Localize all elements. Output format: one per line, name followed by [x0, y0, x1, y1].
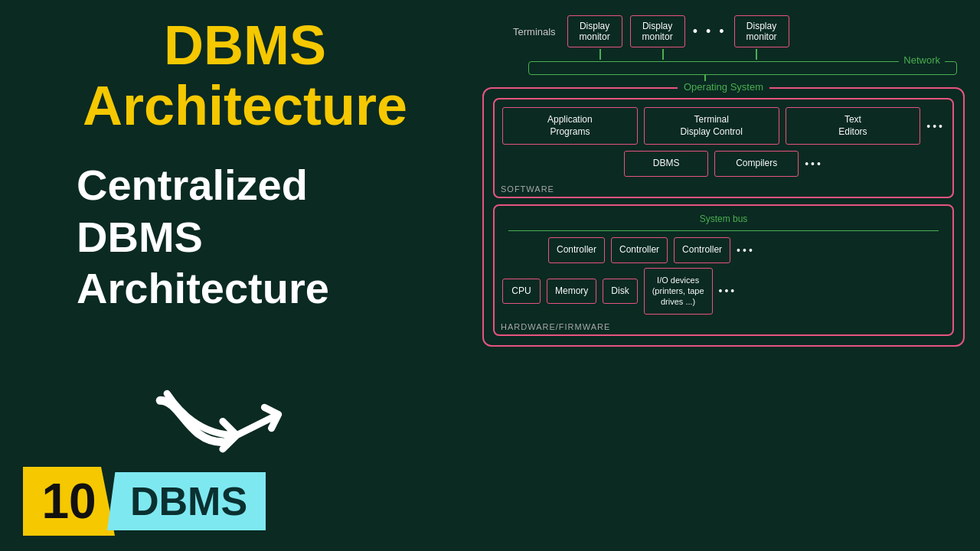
disk-box: Disk	[603, 279, 637, 305]
terminals-label: Terminals	[513, 26, 556, 37]
app-programs-box: ApplicationPrograms	[502, 107, 638, 145]
dots-sw-bottom: •••	[805, 158, 823, 170]
network-label: Network	[899, 54, 945, 66]
io-devices-box: I/O devices(printers, tapedrives ...)	[644, 268, 713, 315]
network-section: Network	[528, 61, 957, 75]
subtitle-line3: Architecture	[77, 262, 329, 314]
memory-box: Memory	[547, 279, 596, 305]
compilers-box: Compilers	[714, 151, 799, 177]
right-panel: Terminals Displaymonitor Displaymonitor …	[459, 0, 980, 551]
badge-container: 10 DBMS	[23, 467, 266, 536]
arrow-icon	[153, 380, 306, 456]
controller-box-1: Controller	[548, 237, 605, 263]
controller-box-3: Controller	[674, 237, 730, 263]
controllers-row: Controller Controller Controller •••	[502, 237, 945, 263]
main-title: DBMS Architecture	[31, 15, 459, 136]
dots-hw-bottom: •••	[719, 285, 737, 297]
dots-1: • • •	[693, 24, 727, 40]
arrow-container	[153, 380, 306, 459]
computer-box: Operating System ApplicationPrograms Ter…	[482, 87, 965, 347]
software-bottom-row: DBMS Compilers •••	[502, 151, 945, 189]
dots-hw: •••	[737, 244, 755, 256]
terminal-box-2: Displaymonitor	[630, 15, 685, 47]
software-label: SOFTWARE	[501, 184, 554, 194]
terminal-connectors	[467, 49, 965, 60]
os-label: Operating System	[678, 81, 769, 93]
diagram-wrapper: Terminals Displaymonitor Displaymonitor …	[467, 15, 965, 347]
terminal-display-box: TerminalDisplay Control	[644, 107, 779, 145]
badge-label: DBMS	[107, 472, 266, 530]
cpu-box: CPU	[502, 279, 541, 305]
devices-row: CPU Memory Disk I/O devices(printers, ta…	[502, 268, 945, 327]
text-editors-box: TextEditors	[786, 107, 921, 145]
subtitle-line2: DBMS	[77, 211, 329, 262]
terminal-box-3: Displaymonitor	[734, 15, 789, 47]
system-bus-label: System bus	[502, 214, 945, 224]
dots-sw-top: •••	[926, 120, 945, 132]
dbms-box: DBMS	[624, 151, 708, 177]
subtitle-line1: Centralized	[77, 159, 329, 210]
badge-number: 10	[23, 467, 115, 536]
subtitle: Centralized DBMS Architecture	[31, 159, 329, 314]
software-box: ApplicationPrograms TerminalDisplay Cont…	[493, 98, 954, 198]
system-bus-line	[508, 230, 939, 232]
terminals-row: Terminals Displaymonitor Displaymonitor …	[467, 15, 965, 47]
software-top-row: ApplicationPrograms TerminalDisplay Cont…	[502, 107, 945, 145]
terminal-box-1: Displaymonitor	[567, 15, 622, 47]
controller-box-2: Controller	[611, 237, 668, 263]
hardware-label: HARDWARE/FIRMWARE	[501, 322, 610, 331]
hardware-box: System bus Controller Controller Control…	[493, 204, 954, 336]
